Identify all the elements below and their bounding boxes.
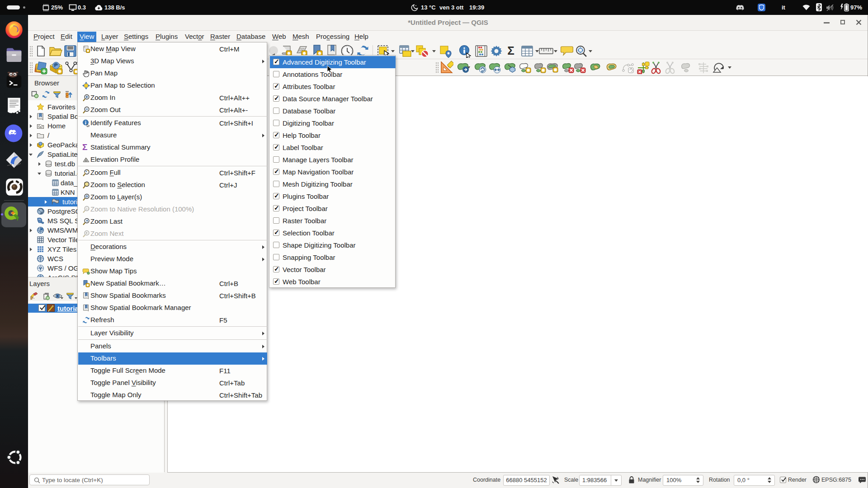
svg-text:1:1: 1:1 (85, 207, 90, 210)
